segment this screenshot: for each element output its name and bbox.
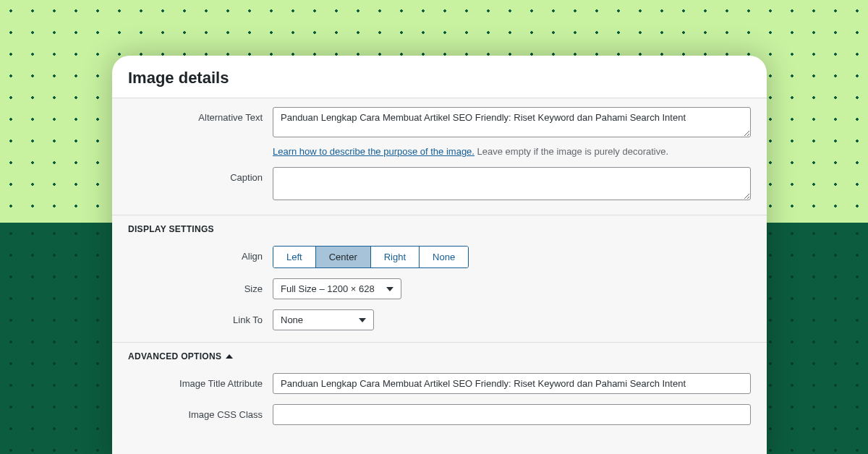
- size-select[interactable]: Full Size – 868 × 454: [273, 278, 401, 299]
- section-display: DISPLAY SETTINGS Align Left Center Right…: [112, 215, 767, 342]
- align-left-button[interactable]: Left: [273, 247, 316, 267]
- align-button-group: Left Center Right None: [273, 246, 469, 268]
- chevron-down-icon: [359, 318, 366, 322]
- section-basic: Alternative Text Learn how to describe t…: [112, 98, 767, 215]
- heading-advanced-label: ADVANCED OPTIONS: [128, 351, 221, 361]
- section-advanced: ADVANCED OPTIONS Image Title Attribute I…: [112, 342, 767, 437]
- row-linkto: Link To None: [128, 309, 751, 330]
- alt-text-hint-rest: Leave empty if the image is purely decor…: [475, 146, 668, 157]
- label-linkto: Link To: [128, 309, 273, 325]
- heading-display-settings: DISPLAY SETTINGS: [128, 224, 751, 234]
- chevron-down-icon: [386, 287, 393, 291]
- row-align: Align Left Center Right None: [128, 246, 751, 268]
- caption-input[interactable]: [273, 167, 751, 200]
- row-caption: Caption: [128, 167, 751, 203]
- css-class-input[interactable]: [273, 404, 751, 425]
- linkto-select-value: None: [281, 314, 303, 325]
- linkto-select[interactable]: None: [273, 309, 374, 330]
- row-alt-text: Alternative Text Learn how to describe t…: [128, 107, 751, 157]
- size-select-value: Full Size – 868 × 454: [281, 283, 375, 294]
- label-css-class: Image CSS Class: [128, 404, 273, 420]
- heading-advanced-options[interactable]: ADVANCED OPTIONS: [128, 351, 751, 361]
- alt-text-input[interactable]: [273, 107, 751, 137]
- label-size: Size: [128, 278, 273, 294]
- align-right-button[interactable]: Right: [371, 247, 420, 267]
- modal-body: Alternative Text Learn how to describe t…: [112, 98, 767, 454]
- image-details-modal: Image details Alternative Text Learn how…: [112, 56, 767, 454]
- align-none-button[interactable]: None: [420, 247, 468, 267]
- caret-up-icon: [226, 354, 233, 359]
- row-size: Size Full Size – 868 × 454: [128, 278, 751, 299]
- row-css-class: Image CSS Class: [128, 404, 751, 425]
- row-title-attr: Image Title Attribute: [128, 373, 751, 394]
- align-center-button[interactable]: Center: [316, 247, 371, 267]
- label-title-attr: Image Title Attribute: [128, 373, 273, 389]
- modal-title: Image details: [112, 56, 767, 98]
- title-attribute-input[interactable]: [273, 373, 751, 394]
- label-alt-text: Alternative Text: [128, 107, 273, 123]
- label-caption: Caption: [128, 167, 273, 183]
- label-align: Align: [128, 246, 273, 262]
- alt-text-hint-link[interactable]: Learn how to describe the purpose of the…: [273, 146, 475, 157]
- alt-text-hint: Learn how to describe the purpose of the…: [273, 146, 751, 157]
